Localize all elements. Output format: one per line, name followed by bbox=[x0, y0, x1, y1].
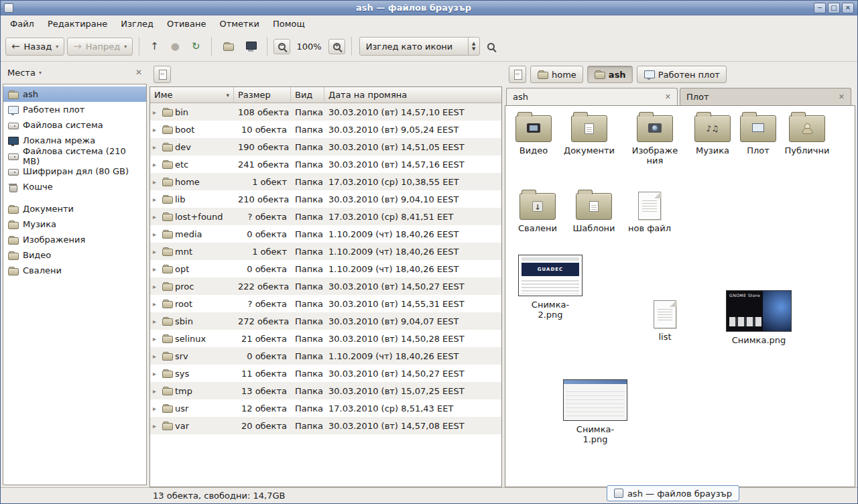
table-row[interactable]: ▸etc241 обектаПапка30.03.2010 (вт) 14,57… bbox=[150, 155, 501, 173]
icon-documents[interactable]: Документи bbox=[561, 115, 617, 156]
expander-icon[interactable]: ▸ bbox=[153, 335, 159, 342]
table-row[interactable]: ▸proc222 обектаПапка30.03.2010 (вт) 14,5… bbox=[150, 277, 501, 295]
expander-icon[interactable]: ▸ bbox=[153, 248, 159, 255]
stop-button[interactable]: ● bbox=[166, 38, 184, 56]
icon-new-file[interactable]: нов файл bbox=[621, 192, 678, 234]
column-header-name[interactable]: Име▾ bbox=[150, 87, 234, 103]
table-row[interactable]: ▸media0 обектаПапка1.10.2009 (чт) 18,40,… bbox=[150, 225, 501, 243]
computer-button[interactable] bbox=[241, 37, 261, 56]
icon-downloads[interactable]: Свалени bbox=[509, 193, 566, 234]
table-row[interactable]: ▸lib210 обектаПапка30.03.2010 (вт) 9,04,… bbox=[150, 190, 501, 208]
sidebar-item-pictures[interactable]: Изображения bbox=[3, 232, 146, 247]
sidebar-item-desktop[interactable]: Работен плот bbox=[3, 102, 146, 117]
maximize-button[interactable]: □ bbox=[828, 3, 840, 13]
expander-icon[interactable]: ▸ bbox=[153, 283, 159, 290]
icon-pictures[interactable]: Изображения bbox=[627, 115, 683, 166]
tab-plot[interactable]: Плот✕ bbox=[680, 88, 851, 105]
expander-icon[interactable]: ▸ bbox=[153, 353, 159, 360]
icon-templates[interactable]: Шаблони bbox=[566, 193, 622, 234]
expander-icon[interactable]: ▸ bbox=[153, 143, 159, 151]
sidebar-item-trash[interactable]: Кошче bbox=[3, 179, 146, 194]
sidebar-item-music[interactable]: Музика bbox=[3, 216, 146, 232]
icon-snimka-1[interactable]: Снимка-1.png bbox=[560, 379, 630, 445]
menu-go[interactable]: Отиване bbox=[160, 17, 212, 31]
up-button[interactable]: ↑ bbox=[145, 38, 164, 56]
expander-icon[interactable]: ▸ bbox=[153, 231, 159, 238]
icon-view[interactable]: Видео Документи Изображения Музика Плот … bbox=[505, 105, 855, 487]
breadcrumb-desktop[interactable]: Работен плот bbox=[637, 66, 727, 83]
icon-snimka-2[interactable]: GUADECСнимка-2.png bbox=[515, 255, 585, 320]
reload-button[interactable]: ↻ bbox=[187, 38, 205, 56]
table-row[interactable]: ▸dev190 обектаПапка30.03.2010 (вт) 14,51… bbox=[150, 138, 501, 155]
window-list-task-button[interactable]: ash — файлов браузър bbox=[607, 485, 739, 501]
table-row[interactable]: ▸lost+found? обектаПапка17.03.2010 (ср) … bbox=[150, 208, 501, 225]
sidebar-item-filesystem-210mb[interactable]: Файлова система (210 MB) bbox=[3, 148, 146, 164]
expander-icon[interactable]: ▸ bbox=[153, 265, 159, 273]
menu-view[interactable]: Изглед bbox=[114, 17, 160, 31]
table-row[interactable]: ▸sbin272 обектаПапка30.03.2010 (вт) 9,04… bbox=[150, 312, 501, 330]
search-button[interactable] bbox=[483, 39, 499, 54]
table-row[interactable]: ▸root? обектаПапка30.03.2010 (вт) 14,55,… bbox=[150, 295, 501, 312]
toggle-location-entry-button[interactable] bbox=[154, 66, 171, 83]
table-row[interactable]: ▸var20 обектаПапка30.03.2010 (вт) 14,57,… bbox=[150, 417, 501, 434]
close-button[interactable]: ✕ bbox=[842, 3, 854, 13]
sidebar-item-filesystem[interactable]: Файлова система bbox=[3, 117, 146, 133]
sidebar-item-video[interactable]: Видео bbox=[3, 247, 146, 263]
column-header-size[interactable]: Размер bbox=[234, 87, 291, 103]
icon-list-file[interactable]: list bbox=[637, 300, 693, 342]
column-header-date[interactable]: Дата на промяна bbox=[324, 87, 501, 103]
close-tab-icon[interactable]: ✕ bbox=[665, 92, 671, 101]
table-row[interactable]: ▸tmp13 обектаПапка30.03.2010 (вт) 15,07,… bbox=[150, 382, 501, 399]
forward-button[interactable]: → Напред ▾ bbox=[67, 38, 133, 56]
sidebar-item-documents[interactable]: Документи bbox=[3, 201, 146, 216]
menu-file[interactable]: Файл bbox=[3, 17, 41, 31]
menu-help[interactable]: Помощ bbox=[266, 17, 312, 31]
expander-icon[interactable]: ▸ bbox=[153, 109, 159, 116]
sidebar-item-encrypted-80gb[interactable]: Шифриран дял (80 GB) bbox=[3, 164, 146, 179]
back-button[interactable]: ← Назад ▾ bbox=[5, 38, 64, 56]
menu-edit[interactable]: Редактиране bbox=[41, 17, 114, 31]
close-tab-icon[interactable]: ✕ bbox=[839, 92, 845, 101]
table-row[interactable]: ▸boot10 обектаПапка30.03.2010 (вт) 9,05,… bbox=[150, 121, 501, 138]
expander-icon[interactable]: ▸ bbox=[153, 370, 159, 377]
sidebar-title[interactable]: Места bbox=[7, 68, 36, 78]
table-row[interactable]: ▸usr12 обектаПапка17.03.2010 (ср) 8,51,4… bbox=[150, 399, 501, 417]
titlebar[interactable]: ash — файлов браузър − □ ✕ bbox=[1, 1, 857, 15]
zoom-in-button[interactable]: + bbox=[328, 39, 345, 54]
breadcrumb-home[interactable]: home bbox=[530, 66, 583, 83]
expander-icon[interactable]: ▸ bbox=[153, 387, 159, 395]
toggle-location-entry-button[interactable] bbox=[509, 66, 526, 83]
icon-videos[interactable]: Видео bbox=[505, 115, 562, 156]
expander-icon[interactable]: ▸ bbox=[153, 300, 159, 308]
expander-icon[interactable]: ▸ bbox=[153, 213, 159, 220]
view-mode-select[interactable]: Изглед като икони ▲▼ bbox=[359, 37, 480, 56]
menu-bookmarks[interactable]: Отметки bbox=[212, 17, 265, 31]
breadcrumb-ash[interactable]: ash bbox=[587, 66, 633, 83]
icon-snimka[interactable]: GNOME StoreСнимка.png bbox=[724, 290, 794, 346]
tab-ash[interactable]: ash✕ bbox=[506, 88, 678, 105]
column-header-type[interactable]: Вид bbox=[291, 87, 324, 103]
table-row[interactable]: ▸home1 обектПапка17.03.2010 (ср) 10,38,5… bbox=[150, 173, 501, 190]
expander-icon[interactable]: ▸ bbox=[153, 178, 159, 186]
home-button[interactable] bbox=[218, 37, 238, 56]
expander-icon[interactable]: ▸ bbox=[153, 196, 159, 203]
expander-icon[interactable]: ▸ bbox=[153, 318, 159, 325]
sidebar-item-downloads[interactable]: Свалени bbox=[3, 263, 146, 278]
table-row[interactable]: ▸selinux21 обектаПапка30.03.2010 (вт) 14… bbox=[150, 330, 501, 347]
zoom-out-button[interactable]: − bbox=[273, 39, 290, 54]
table-row[interactable]: ▸mnt1 обектПапка1.10.2009 (чт) 18,40,26 … bbox=[150, 243, 501, 260]
expander-icon[interactable]: ▸ bbox=[153, 422, 159, 430]
expander-icon[interactable]: ▸ bbox=[153, 126, 159, 133]
table-row[interactable]: ▸sys11 обектаПапка30.03.2010 (вт) 14,50,… bbox=[150, 365, 501, 382]
icon-desktop-folder[interactable]: Плот bbox=[730, 115, 786, 156]
expander-icon[interactable]: ▸ bbox=[153, 161, 159, 168]
chevron-down-icon[interactable]: ▾ bbox=[39, 70, 42, 76]
close-sidebar-button[interactable]: ✕ bbox=[135, 68, 142, 77]
table-row[interactable]: ▸bin108 обектаПапка30.03.2010 (вт) 14,57… bbox=[150, 103, 501, 121]
expander-icon[interactable]: ▸ bbox=[153, 405, 159, 412]
sidebar-item-ash[interactable]: ash bbox=[3, 86, 146, 102]
table-row[interactable]: ▸srv0 обектаПапка1.10.2009 (чт) 18,40,26… bbox=[150, 347, 501, 365]
table-row[interactable]: ▸opt0 обектаПапка1.10.2009 (чт) 18,40,26… bbox=[150, 260, 501, 277]
minimize-button[interactable]: − bbox=[814, 3, 826, 13]
icon-public[interactable]: Публични bbox=[779, 115, 835, 156]
